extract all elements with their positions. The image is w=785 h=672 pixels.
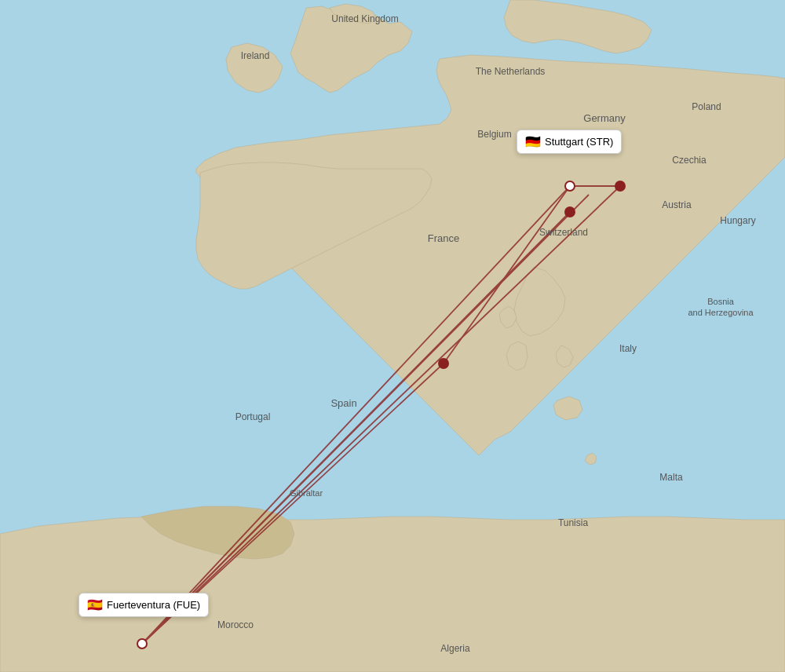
map-svg: United Kingdom Ireland The Netherlands G… [0, 0, 785, 672]
label-italy: Italy [619, 343, 637, 354]
label-uk: United Kingdom [331, 13, 398, 24]
label-morocco: Morocco [217, 619, 254, 630]
label-belgium: Belgium [477, 129, 511, 140]
label-ireland: Ireland [241, 50, 270, 61]
dot-2 [564, 206, 575, 217]
label-switzerland: Switzerland [539, 227, 588, 238]
fue-dot [137, 639, 147, 648]
dot-3 [438, 358, 449, 369]
dot-1 [615, 181, 626, 192]
label-germany: Germany [583, 112, 626, 124]
label-czechia: Czechia [672, 155, 706, 166]
label-algeria: Algeria [440, 643, 470, 654]
label-malta: Malta [659, 472, 683, 483]
stuttgart-label: 🇩🇪 Stuttgart (STR) [517, 130, 622, 154]
label-poland: Poland [692, 101, 721, 112]
spain-flag: 🇪🇸 [87, 597, 103, 612]
label-austria: Austria [662, 199, 692, 210]
label-gibraltar: Gibraltar [290, 488, 323, 498]
label-france: France [428, 232, 459, 244]
label-tunisia: Tunisia [558, 517, 589, 528]
label-bosnia2: and Herzegovina [688, 308, 754, 317]
label-spain: Spain [330, 397, 356, 409]
germany-flag: 🇩🇪 [525, 134, 541, 149]
label-bosnia: Bosnia [707, 297, 735, 306]
fuerteventura-text: Fuerteventura (FUE) [107, 599, 200, 611]
str-dot [565, 181, 575, 191]
map-container: United Kingdom Ireland The Netherlands G… [0, 0, 785, 672]
label-portugal: Portugal [236, 411, 271, 422]
fuerteventura-label: 🇪🇸 Fuerteventura (FUE) [78, 593, 209, 617]
label-hungary: Hungary [720, 215, 755, 226]
stuttgart-text: Stuttgart (STR) [545, 136, 613, 148]
label-netherlands: The Netherlands [476, 66, 546, 77]
